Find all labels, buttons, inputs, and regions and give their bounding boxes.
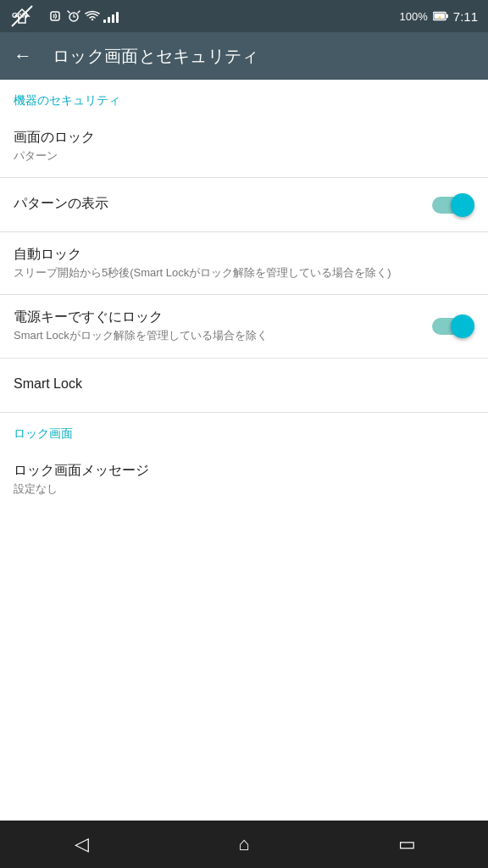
content-area: 機器のセキュリティ 画面のロック パターン パターンの表示 自動ロック スリープ… (0, 80, 488, 821)
auto-lock-title: 自動ロック (14, 246, 474, 264)
alarm-icon (66, 8, 81, 24)
pattern-display-toggle[interactable] (432, 193, 474, 217)
list-item-lock-message[interactable]: ロック画面メッセージ 設定なし (0, 448, 488, 510)
nav-bar: ◁ ⌂ ▭ (0, 821, 488, 868)
smart-lock-title: Smart Lock (14, 376, 474, 392)
status-bar: CoN (0, 0, 488, 32)
screen-lock-subtitle: パターン (14, 148, 474, 164)
section-header-lock: ロック画面 (0, 413, 488, 448)
list-item-smart-lock[interactable]: Smart Lock (0, 359, 488, 413)
nav-recent-button[interactable]: ▭ (386, 824, 427, 865)
power-lock-subtitle: Smart Lockがロック解除を管理している場合を除く (14, 328, 422, 343)
nav-back-button[interactable]: ◁ (61, 824, 102, 865)
screen-lock-title: 画面のロック (14, 129, 474, 147)
section-header-device: 機器のセキュリティ (0, 80, 488, 115)
lock-message-title: ロック画面メッセージ (14, 462, 474, 480)
app-bar-title: ロック画面とセキュリティ (53, 45, 259, 68)
pattern-display-title: パターンの表示 (14, 195, 422, 213)
list-item-auto-lock[interactable]: 自動ロック スリープ開始から5秒後(Smart Lockがロック解除を管理してい… (0, 232, 488, 295)
battery-icon: ⚡ (433, 8, 448, 24)
list-item-screen-lock[interactable]: 画面のロック パターン (0, 115, 488, 178)
power-lock-title: 電源キーですぐにロック (14, 309, 422, 326)
nfc-icon (47, 8, 63, 24)
power-lock-toggle[interactable] (432, 314, 474, 338)
status-bar-right: 100% ⚡ 7:11 (400, 8, 478, 24)
back-button[interactable]: ← (14, 45, 32, 67)
svg-text:⚡: ⚡ (436, 14, 441, 20)
nav-home-button[interactable]: ⌂ (224, 824, 264, 865)
wifi-icon (85, 8, 100, 24)
section-lock-screen: ロック画面 ロック画面メッセージ 設定なし (0, 413, 488, 510)
con-indicator: CoN (10, 4, 44, 28)
status-bar-left: CoN (10, 4, 119, 28)
battery-percentage: 100% (400, 10, 428, 23)
signal-icon (103, 9, 119, 23)
svg-rect-1 (51, 12, 59, 20)
lock-message-subtitle: 設定なし (14, 481, 474, 497)
svg-rect-4 (446, 14, 448, 19)
list-item-pattern-display[interactable]: パターンの表示 (0, 178, 488, 232)
time-display: 7:11 (453, 9, 478, 24)
section-device-security: 機器のセキュリティ 画面のロック パターン パターンの表示 自動ロック スリープ… (0, 80, 488, 413)
con-label: CoN (12, 11, 28, 19)
auto-lock-subtitle: スリープ開始から5秒後(Smart Lockがロック解除を管理している場合を除く… (14, 265, 474, 281)
app-bar: ← ロック画面とセキュリティ (0, 32, 488, 80)
list-item-power-lock[interactable]: 電源キーですぐにロック Smart Lockがロック解除を管理している場合を除く (0, 295, 488, 358)
